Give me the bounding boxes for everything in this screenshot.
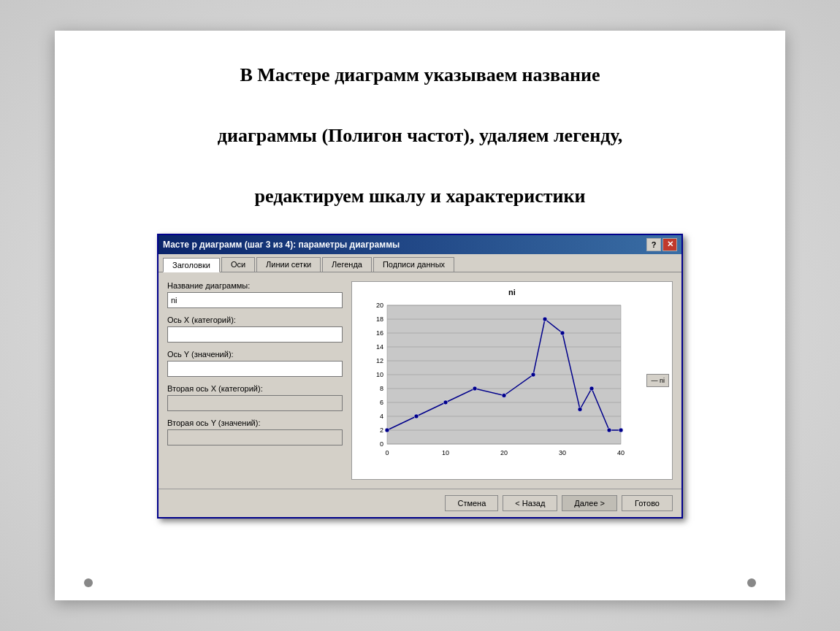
dialog-body: Название диаграммы: Ось X (категорий): О…	[159, 272, 681, 489]
svg-text:20: 20	[376, 302, 383, 309]
heading-line2: диаграммы (Полигон частот), удаляем леге…	[218, 125, 622, 146]
dialog-title: Масте р диаграмм (шаг 3 из 4): параметры…	[163, 240, 646, 250]
svg-text:10: 10	[442, 449, 449, 456]
svg-text:6: 6	[380, 399, 383, 406]
heading-line1: В Мастере диаграмм указываем название	[240, 64, 600, 85]
label-axis2-y: Вторая ось Y (значений):	[167, 418, 343, 427]
svg-point-28	[385, 428, 389, 432]
svg-point-32	[502, 393, 506, 397]
svg-text:14: 14	[376, 343, 383, 351]
tab-datalabels[interactable]: Подписи данных	[373, 257, 454, 272]
field-axis-y: Ось Y (значений):	[167, 350, 343, 377]
svg-point-33	[531, 372, 535, 377]
input-axis2-x	[167, 395, 343, 411]
heading-line3: редактируем шкалу и характеристики	[254, 186, 585, 207]
svg-point-38	[607, 428, 611, 432]
svg-text:0: 0	[380, 440, 383, 448]
input-axis-y[interactable]	[167, 361, 343, 377]
tab-legend[interactable]: Легенда	[322, 257, 372, 272]
tab-bar: Заголовки Оси Линии сетки Легенда Подпис…	[159, 254, 681, 272]
svg-text:0: 0	[385, 449, 389, 456]
tab-axes[interactable]: Оси	[221, 257, 255, 272]
label-chart-name: Название диаграммы:	[167, 281, 343, 290]
finish-button[interactable]: Готово	[622, 495, 673, 511]
dialog-titlebar: Масте р диаграмм (шаг 3 из 4): параметры…	[159, 235, 681, 254]
input-axis2-y	[167, 429, 343, 445]
input-axis-x[interactable]	[167, 326, 343, 343]
label-axis-y: Ось Y (значений):	[167, 350, 343, 359]
input-chart-name[interactable]	[167, 292, 343, 308]
chart-svg: 0 2 4 6 8 10 12 14 16 18 20 0 10 20 30	[358, 298, 643, 473]
decorative-dot-left	[84, 578, 93, 587]
svg-text:2: 2	[380, 427, 383, 434]
chart-preview: ni 0	[351, 281, 673, 480]
svg-point-29	[414, 414, 419, 418]
tab-gridlines[interactable]: Линии сетки	[256, 257, 321, 272]
decorative-dot-right	[747, 578, 756, 587]
svg-text:16: 16	[376, 329, 383, 337]
svg-text:8: 8	[380, 385, 383, 392]
titlebar-buttons: ? ✕	[646, 238, 677, 251]
label-axis2-x: Вторая ось X (категорий):	[167, 384, 343, 393]
dialog-footer: Стмена < Назад Далее > Готово	[159, 489, 681, 517]
field-axis2-y: Вторая ось Y (значений):	[167, 418, 343, 445]
svg-point-37	[589, 386, 594, 391]
slide-heading: В Мастере диаграмм указываем название ди…	[218, 60, 622, 212]
svg-point-35	[560, 331, 565, 335]
field-axis-x: Ось X (категорий):	[167, 316, 343, 343]
field-axis2-x: Вторая ось X (категорий):	[167, 384, 343, 411]
svg-text:30: 30	[559, 449, 566, 456]
wizard-dialog: Масте р диаграмм (шаг 3 из 4): параметры…	[157, 234, 683, 519]
svg-point-30	[443, 400, 448, 405]
field-chart-name: Название диаграммы:	[167, 281, 343, 308]
svg-text:12: 12	[376, 357, 383, 364]
svg-point-31	[473, 386, 477, 391]
svg-point-36	[578, 407, 582, 411]
svg-point-39	[619, 428, 623, 432]
svg-text:20: 20	[500, 449, 508, 456]
svg-point-34	[543, 317, 547, 321]
chart-legend: — ni	[646, 374, 669, 387]
chart-preview-title: ni	[358, 288, 666, 297]
svg-text:10: 10	[376, 371, 383, 378]
form-panel: Название диаграммы: Ось X (категорий): О…	[167, 281, 343, 480]
close-button[interactable]: ✕	[663, 238, 677, 251]
svg-text:18: 18	[376, 316, 383, 323]
label-axis-x: Ось X (категорий):	[167, 316, 343, 324]
cancel-button[interactable]: Стмена	[445, 495, 498, 511]
back-button[interactable]: < Назад	[503, 495, 557, 511]
help-button[interactable]: ?	[646, 238, 661, 251]
next-button[interactable]: Далее >	[562, 495, 617, 511]
tab-headers[interactable]: Заголовки	[163, 258, 220, 272]
svg-text:40: 40	[617, 449, 625, 456]
slide: В Мастере диаграмм указываем название ди…	[55, 31, 785, 600]
svg-text:4: 4	[380, 413, 383, 420]
